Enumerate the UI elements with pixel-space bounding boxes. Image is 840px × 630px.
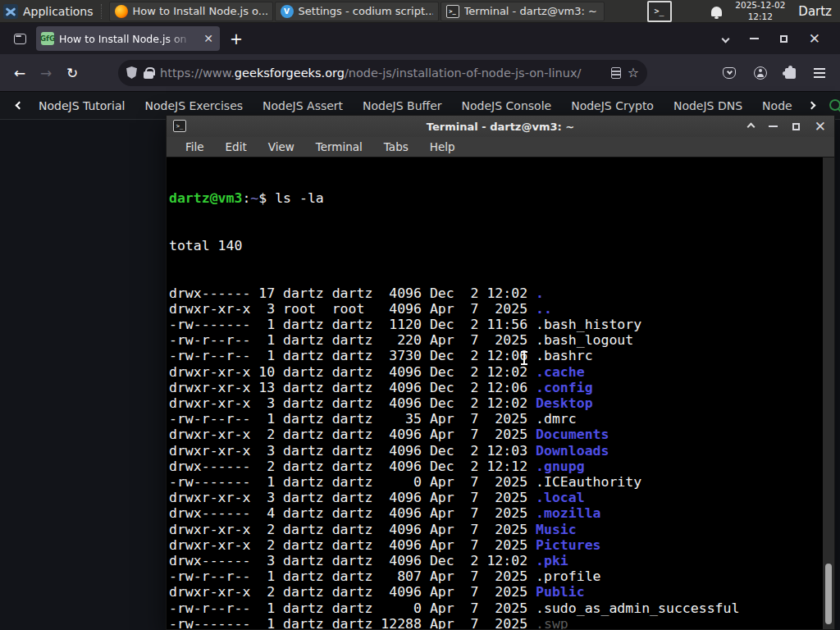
firefox-view-icon — [14, 34, 26, 44]
applications-menu-button[interactable]: Applications — [0, 0, 98, 22]
terminal-filename: .gnupg — [536, 459, 585, 474]
panel-terminal-launcher-icon[interactable]: >_ — [647, 1, 672, 22]
https-lock-icon[interactable] — [144, 71, 153, 79]
notification-bell-icon[interactable] — [711, 7, 722, 16]
terminal-titlebar[interactable]: >_ Terminal - dartz@vm3: ~ ✕ — [167, 116, 834, 137]
terminal-menu-view[interactable]: View — [258, 140, 305, 153]
forward-button[interactable]: → — [33, 60, 59, 86]
browser-tab-active[interactable]: GfG How to Install Node.js on ✕ — [36, 26, 220, 51]
subnav-item[interactable]: NodeJS Exercises — [135, 99, 253, 112]
terminal-filename: .sudo_as_admin_successful — [536, 600, 739, 616]
terminal-line: -rw------- 1 dartz dartz 1120 Dec 2 11:5… — [169, 317, 821, 332]
terminal-menu-file[interactable]: File — [175, 140, 215, 153]
url-domain: geeksforgeeks.org — [235, 66, 345, 80]
terminal-menu-tabs[interactable]: Tabs — [373, 140, 419, 153]
terminal-line-columns: drwx------ 17 dartz dartz 4096 Dec 2 12:… — [169, 285, 536, 301]
url-path: /node-js/installation-of-node-js-on-linu… — [345, 66, 581, 80]
terminal-line-columns: -rw-r--r-- 1 dartz dartz 220 Apr 7 2025 — [169, 332, 536, 348]
prompt-path: ~ — [250, 190, 258, 206]
terminal-line-columns: -rw-r--r-- 1 dartz dartz 35 Apr 7 2025 — [169, 411, 536, 427]
prompt-user-host: dartz@vm3 — [169, 190, 242, 206]
shade-icon[interactable] — [746, 122, 755, 130]
terminal-filename: .mozilla — [536, 505, 600, 521]
subnav-item[interactable]: NodeJS DNS — [664, 99, 752, 112]
terminal-prompt-line: dartz@vm3:~$ ls -la — [169, 190, 821, 206]
firefox-icon — [115, 5, 128, 18]
nav-scroll-right-button[interactable] — [802, 103, 821, 108]
terminal-line-columns: drwx------ 4 dartz dartz 4096 Apr 7 2025 — [169, 505, 536, 521]
terminal-filename: Desktop — [536, 395, 593, 411]
bookmark-star-icon[interactable]: ☆ — [628, 65, 639, 80]
terminal-menu-terminal[interactable]: Terminal — [305, 140, 373, 153]
maximize-icon[interactable] — [780, 35, 788, 43]
browser-toolbar: ← → ↻ https://www.geeksforgeeks.org/node… — [0, 54, 840, 92]
close-icon[interactable]: ✕ — [809, 32, 820, 46]
terminal-line-columns: drwxr-xr-x 3 dartz dartz 4096 Apr 7 2025 — [169, 490, 536, 505]
url-text[interactable]: https://www.geeksforgeeks.org/node-js/in… — [160, 66, 605, 80]
tab-title: How to Install Node.js on — [59, 33, 197, 45]
subnav-item[interactable]: NodeJS Console — [452, 99, 562, 112]
panel-separator — [101, 4, 105, 19]
tab-close-icon[interactable]: ✕ — [202, 32, 215, 45]
subnav-item[interactable]: NodeJS Tutorial — [29, 99, 135, 112]
pocket-icon[interactable] — [723, 67, 736, 79]
top-panel: Applications How to Install Node.js o...… — [0, 0, 840, 23]
back-button[interactable]: ← — [7, 60, 33, 86]
terminal-filename: Downloads — [536, 443, 609, 459]
prompt-command: $ ls -la — [258, 190, 323, 206]
close-icon[interactable]: ✕ — [815, 120, 826, 134]
maximize-icon[interactable] — [792, 123, 800, 130]
terminal-filename: .bashrc — [536, 348, 593, 363]
terminal-line: -rw------- 1 dartz dartz 12288 Apr 7 202… — [169, 616, 821, 629]
terminal-scrollbar-thumb[interactable] — [825, 564, 832, 624]
site-favicon: GfG — [41, 32, 54, 45]
terminal-scrollbar[interactable] — [823, 158, 834, 629]
terminal-filename: .. — [536, 301, 552, 317]
url-bar[interactable]: https://www.geeksforgeeks.org/node-js/in… — [118, 60, 647, 86]
terminal-line: drwxr-xr-x 10 dartz dartz 4096 Dec 2 12:… — [169, 364, 821, 380]
panel-window-button-label: Terminal - dartz@vm3: ~ — [464, 5, 597, 17]
nav-scroll-left-button[interactable] — [10, 103, 29, 108]
menu-hamburger-icon[interactable] — [814, 68, 825, 78]
new-tab-button[interactable]: + — [230, 30, 243, 48]
terminal-line-columns: drwxr-xr-x 2 dartz dartz 4096 Apr 7 2025 — [169, 584, 536, 600]
terminal-line: -rw------- 1 dartz dartz 0 Apr 7 2025 .I… — [169, 474, 821, 490]
reader-mode-icon[interactable] — [611, 67, 621, 79]
list-all-tabs-icon[interactable] — [721, 34, 729, 43]
terminal-filename: .ICEauthority — [536, 474, 641, 490]
panel-window-button-firefox[interactable]: How to Install Node.js o... — [109, 2, 273, 21]
panel-clock[interactable]: 2025-12-02 12:12 — [735, 0, 785, 21]
subnav-item[interactable]: NodeJS Buffer — [353, 99, 452, 112]
terminal-menu-help[interactable]: Help — [419, 140, 466, 153]
terminal-filename: Music — [536, 522, 577, 537]
terminal-line-columns: drwxr-xr-x 3 root root 4096 Apr 7 2025 — [169, 301, 536, 317]
terminal-line: drwxr-xr-x 3 dartz dartz 4096 Dec 2 12:0… — [169, 395, 821, 411]
terminal-line: -rw-r--r-- 1 dartz dartz 807 Apr 7 2025 … — [169, 568, 821, 584]
subnav-item[interactable]: NodeJS Crypto — [561, 99, 664, 112]
subnav-item[interactable]: NodeJS Assert — [253, 99, 353, 112]
terminal-line-columns: -rw-r--r-- 1 dartz dartz 3730 Dec 2 12:0… — [169, 348, 536, 363]
panel-username[interactable]: Dartz — [798, 4, 832, 19]
tab-bar: GfG How to Install Node.js on ✕ + ✕ — [0, 23, 840, 54]
tracking-protection-shield-icon[interactable] — [126, 66, 137, 79]
minimize-icon[interactable] — [750, 38, 759, 39]
distro-logo-icon — [3, 4, 18, 19]
codium-icon: V — [281, 5, 294, 18]
reload-button[interactable]: ↻ — [59, 60, 85, 86]
minimize-icon[interactable] — [769, 126, 778, 127]
terminal-output[interactable]: dartz@vm3:~$ ls -la total 140 drwx------… — [167, 158, 834, 629]
panel-window-button-codium[interactable]: VSettings - codium script... — [275, 2, 439, 21]
terminal-menu-edit[interactable]: Edit — [215, 140, 258, 153]
terminal-line-columns: drwxr-xr-x 3 dartz dartz 4096 Dec 2 12:0… — [169, 443, 536, 459]
clock-date: 2025-12-02 — [735, 0, 785, 11]
terminal-line: drwxr-xr-x 3 dartz dartz 4096 Apr 7 2025… — [169, 490, 821, 505]
subnav-item[interactable]: Node — [752, 99, 802, 112]
account-icon[interactable] — [754, 66, 767, 80]
toolbar-right-icons — [723, 66, 833, 80]
terminal-line-columns: -rw------- 1 dartz dartz 12288 Apr 7 202… — [169, 616, 536, 629]
firefox-view-button[interactable] — [8, 28, 31, 49]
terminal-line-columns: drwxr-xr-x 13 dartz dartz 4096 Dec 2 12:… — [169, 380, 536, 395]
extensions-icon[interactable] — [785, 68, 796, 79]
panel-window-button-terminal[interactable]: >_Terminal - dartz@vm3: ~ — [441, 2, 605, 21]
terminal-line-columns: drwxr-xr-x 2 dartz dartz 4096 Apr 7 2025 — [169, 537, 536, 553]
